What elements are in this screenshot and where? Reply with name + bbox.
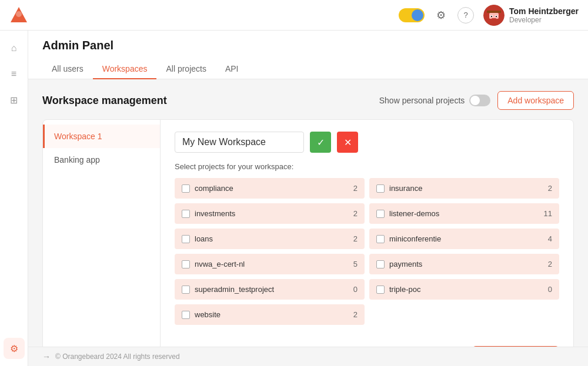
project-item-investments: investments 2 bbox=[175, 203, 365, 224]
project-name-loans: loans bbox=[195, 234, 213, 243]
svg-rect-8 bbox=[491, 16, 492, 17]
projects-grid: compliance 2 investments 2 bbox=[175, 178, 559, 325]
workspace-name-input[interactable] bbox=[175, 132, 304, 153]
topbar: ⚙ ? Tom Heintzberger bbox=[0, 0, 588, 31]
project-count-payments: 2 bbox=[548, 260, 552, 268]
main-layout: ⌂ ≡ ⊞ ⚙ Admin Panel All users Workspaces… bbox=[0, 31, 588, 366]
workspace-list: Workspace 1 Banking app bbox=[43, 120, 161, 347]
projects-col-right: insurance 2 listener-demos 11 bbox=[369, 178, 559, 325]
project-count-triple-poc: 0 bbox=[548, 285, 552, 294]
project-name-nvwa: nvwa_e-cert-nl bbox=[195, 260, 245, 268]
user-info: Tom Heintzberger Developer bbox=[483, 5, 579, 26]
svg-rect-9 bbox=[496, 16, 497, 17]
ws-name-row: ✓ ✕ bbox=[175, 132, 559, 153]
project-name-investments: investments bbox=[195, 209, 235, 218]
theme-toggle[interactable] bbox=[399, 8, 425, 22]
logo-icon bbox=[9, 6, 28, 25]
project-count-nvwa: 5 bbox=[353, 260, 358, 268]
toggle-knob bbox=[412, 9, 423, 21]
project-count-superadmin: 0 bbox=[353, 285, 358, 294]
workspace-list-item-1[interactable]: Workspace 1 bbox=[43, 125, 160, 148]
sidebar-item-grid[interactable]: ⊞ bbox=[4, 89, 25, 110]
project-item-triple-poc: triple-poc 0 bbox=[369, 279, 559, 300]
checkbox-website[interactable] bbox=[182, 311, 190, 319]
personal-toggle-btn[interactable] bbox=[469, 95, 490, 106]
ws-editor: ✓ ✕ Select projects for your workspace: bbox=[161, 120, 573, 337]
workspace-panel: Workspace 1 Banking app ✓ ✕ Select proje… bbox=[42, 119, 574, 347]
sidebar-item-menu[interactable]: ≡ bbox=[4, 63, 25, 85]
workspace-management: Workspace management Show personal proje… bbox=[28, 79, 588, 347]
show-personal-label: Show personal projects bbox=[379, 96, 465, 105]
checkbox-listener-demos[interactable] bbox=[376, 210, 385, 218]
project-item-miniconferentie: miniconferentie 4 bbox=[369, 229, 559, 249]
tabs: All users Workspaces All projects API bbox=[42, 59, 574, 79]
project-name-compliance: compliance bbox=[195, 184, 233, 193]
project-item-nvwa: nvwa_e-cert-nl 5 bbox=[175, 254, 365, 274]
user-text: Tom Heintzberger Developer bbox=[509, 6, 579, 24]
tab-all-users[interactable]: All users bbox=[42, 59, 93, 79]
project-count-website: 2 bbox=[353, 310, 358, 319]
ws-footer: Delete Workspace bbox=[161, 337, 573, 347]
project-name-payments: payments bbox=[389, 260, 422, 268]
topbar-right: ⚙ ? Tom Heintzberger bbox=[399, 5, 579, 26]
projects-label: Select projects for your workspace: bbox=[175, 162, 559, 171]
workspace-list-item-2[interactable]: Banking app bbox=[43, 148, 160, 172]
project-item-payments: payments 2 bbox=[369, 254, 559, 274]
project-item-listener-demos: listener-demos 11 bbox=[369, 203, 559, 224]
project-count-miniconferentie: 4 bbox=[548, 234, 552, 243]
avatar bbox=[483, 5, 505, 26]
footer-arrow-icon: → bbox=[42, 352, 51, 361]
project-item-website: website 2 bbox=[175, 304, 365, 325]
settings-icon[interactable]: ⚙ bbox=[434, 6, 448, 24]
show-personal-toggle: Show personal projects bbox=[379, 95, 491, 106]
help-icon[interactable]: ? bbox=[457, 7, 474, 23]
add-workspace-button[interactable]: Add workspace bbox=[497, 91, 574, 110]
project-name-triple-poc: triple-poc bbox=[389, 285, 420, 294]
cancel-button[interactable]: ✕ bbox=[337, 132, 358, 153]
checkbox-loans[interactable] bbox=[182, 235, 190, 243]
page-header: Admin Panel All users Workspaces All pro… bbox=[28, 31, 588, 79]
project-item-insurance: insurance 2 bbox=[369, 178, 559, 199]
wm-header: Workspace management Show personal proje… bbox=[42, 91, 574, 110]
project-name-superadmin: superadmin_testproject bbox=[195, 285, 274, 294]
topbar-left bbox=[9, 6, 28, 25]
project-name-website: website bbox=[195, 310, 220, 319]
user-name: Tom Heintzberger bbox=[509, 6, 579, 16]
project-item-loans: loans 2 bbox=[175, 229, 365, 249]
checkbox-superadmin[interactable] bbox=[182, 286, 190, 294]
project-count-loans: 2 bbox=[353, 234, 358, 243]
checkbox-investments[interactable] bbox=[182, 210, 190, 218]
svg-rect-10 bbox=[492, 18, 496, 19]
project-name-insurance: insurance bbox=[389, 184, 422, 193]
workspace-editor-area: ✓ ✕ Select projects for your workspace: bbox=[161, 120, 573, 347]
svg-rect-4 bbox=[487, 11, 501, 13]
page-footer: → © Orangebeard 2024 All rights reserved bbox=[28, 347, 588, 366]
sidebar-item-settings[interactable]: ⚙ bbox=[4, 338, 25, 359]
content: Admin Panel All users Workspaces All pro… bbox=[28, 31, 588, 366]
sidebar: ⌂ ≡ ⊞ ⚙ bbox=[0, 31, 28, 366]
project-count-investments: 2 bbox=[353, 209, 358, 218]
checkbox-compliance[interactable] bbox=[182, 184, 190, 193]
tab-workspaces[interactable]: Workspaces bbox=[93, 59, 157, 79]
project-count-listener-demos: 11 bbox=[544, 209, 552, 218]
svg-point-1 bbox=[16, 11, 22, 17]
wm-title: Workspace management bbox=[42, 95, 167, 107]
project-name-miniconferentie: miniconferentie bbox=[389, 234, 441, 243]
checkbox-insurance[interactable] bbox=[376, 184, 385, 193]
projects-col-left: compliance 2 investments 2 bbox=[175, 178, 365, 325]
sidebar-item-home[interactable]: ⌂ bbox=[4, 38, 25, 59]
toggle-knob bbox=[470, 96, 480, 105]
user-role: Developer bbox=[509, 16, 579, 24]
checkbox-miniconferentie[interactable] bbox=[376, 235, 385, 243]
project-name-listener-demos: listener-demos bbox=[389, 209, 439, 218]
project-item-compliance: compliance 2 bbox=[175, 178, 365, 199]
tab-api[interactable]: API bbox=[216, 59, 248, 79]
confirm-button[interactable]: ✓ bbox=[310, 132, 331, 153]
checkbox-payments[interactable] bbox=[376, 260, 385, 268]
checkbox-nvwa[interactable] bbox=[182, 260, 190, 268]
project-item-superadmin: superadmin_testproject 0 bbox=[175, 279, 365, 300]
tab-all-projects[interactable]: All projects bbox=[156, 59, 215, 79]
checkbox-triple-poc[interactable] bbox=[376, 286, 385, 294]
project-count-compliance: 2 bbox=[353, 184, 358, 193]
project-count-insurance: 2 bbox=[548, 184, 552, 193]
